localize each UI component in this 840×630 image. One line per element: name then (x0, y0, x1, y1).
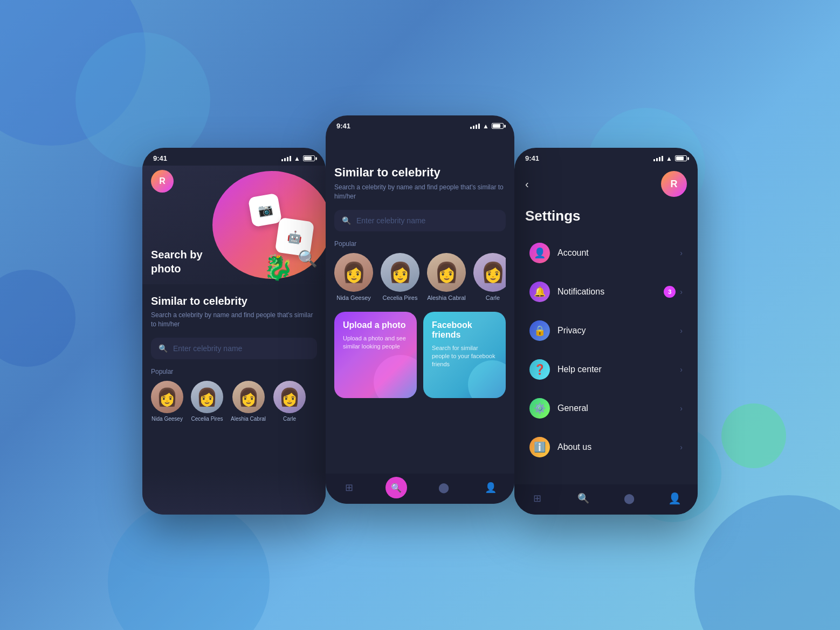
person-icon-right: 👤 (668, 492, 681, 505)
nav-person-right[interactable]: 👤 (664, 488, 686, 509)
help-label: Help center (557, 365, 680, 374)
card-facebook-friends[interactable]: Facebook friends Search for similar peop… (423, 312, 506, 398)
card-facebook-desc: Search for similar people to your facebo… (432, 344, 497, 369)
circle-icon-right: ⬤ (624, 492, 635, 504)
similar-title-left: Similar to celebrity (151, 295, 317, 307)
celeb-cecelia-center[interactable]: 👩 Cecelia Pires (381, 253, 419, 301)
wifi-icon-center: ▲ (483, 122, 489, 130)
settings-privacy[interactable]: 🔒 Privacy › (523, 313, 689, 348)
nav-circle-right[interactable]: ⬤ (618, 488, 640, 509)
person-icon-center: 👤 (485, 482, 497, 494)
back-button[interactable]: ‹ (525, 178, 529, 190)
bottom-gradient-left (142, 471, 326, 515)
search-by-photo-label: Search by photo (151, 248, 203, 276)
celeb-aleshia-left[interactable]: 👩 Aleshia Cabral (231, 381, 266, 422)
signal-icon-right (653, 156, 663, 161)
search-box-center[interactable]: 🔍 Enter celebrity name (334, 210, 506, 231)
about-label: About us (557, 442, 680, 452)
celeb-name-cecelia-left: Cecelia Pires (191, 416, 223, 422)
nav-search-center[interactable]: 🔍 (385, 477, 407, 498)
search-placeholder-center: Enter celebrity name (356, 216, 425, 225)
search-box-left[interactable]: 🔍 Enter celebrity name (151, 338, 317, 359)
celeb-nida-center[interactable]: 👩 Nida Geesey (334, 253, 373, 301)
celeb-avatar-aleshia-left: 👩 (232, 381, 265, 413)
celeb-name-carle-left: Carle (283, 416, 296, 422)
privacy-chevron: › (680, 326, 683, 335)
nav-grid-right[interactable]: ⊞ (527, 488, 548, 509)
wifi-icon-right: ▲ (666, 155, 672, 162)
search-placeholder-left: Enter celebrity name (173, 344, 242, 353)
nav-grid-center[interactable]: ⊞ (339, 477, 360, 498)
monster-icon: 🐉 (263, 253, 293, 282)
phones-container: 9:41 ▲ R 📷 🤖 🐉 🔍 (0, 0, 840, 630)
card-facebook-title: Facebook friends (432, 320, 497, 340)
account-icon: 👤 (529, 243, 550, 263)
settings-list: 👤 Account › 🔔 Notifications 3 › 🔒 Privac… (514, 235, 698, 465)
celeb-name-aleshia-center: Aleshia Cabral (427, 295, 466, 301)
phone-center: 9:41 ▲ Similar to celebrity Search a cel… (326, 115, 514, 504)
time-center: 9:41 (336, 122, 350, 130)
card-blob-purple (374, 355, 417, 398)
grid-icon-right: ⊞ (533, 492, 541, 504)
search-nav-icon-center: 🔍 (391, 483, 402, 493)
help-chevron: › (680, 365, 683, 374)
celeb-row-center: 👩 Nida Geesey 👩 Cecelia Pires 👩 Aleshia … (334, 253, 506, 301)
popular-label-left: Popular (151, 368, 317, 375)
about-chevron: › (680, 443, 683, 451)
bottom-nav-right: ⊞ 🔍 ⬤ 👤 (514, 484, 698, 515)
celeb-carle-left[interactable]: 👩 Carle (273, 381, 306, 422)
celeb-avatar-carle-center: 👩 (473, 253, 506, 292)
battery-icon-right (675, 155, 687, 161)
wifi-icon: ▲ (294, 155, 300, 162)
nav-person-center[interactable]: 👤 (480, 477, 501, 498)
card-upload-photo[interactable]: Upload a photo Upload a photo and see si… (334, 312, 417, 398)
celeb-row-left: 👩 Nida Geesey 👩 Cecelia Pires 👩 Aleshia … (151, 381, 317, 422)
celeb-avatar-carle-left: 👩 (273, 381, 306, 413)
search-icon-left: 🔍 (159, 344, 168, 353)
nav-search-right[interactable]: 🔍 (573, 488, 594, 509)
phone-left: 9:41 ▲ R 📷 🤖 🐉 🔍 (142, 148, 326, 515)
nav-circle-center[interactable]: ⬤ (433, 477, 455, 498)
celeb-name-nida-center: Nida Geesey (336, 295, 371, 301)
celeb-name-carle-center: Carle (486, 295, 500, 301)
general-icon: ⚙️ (529, 398, 550, 419)
status-bar-left: 9:41 ▲ (142, 148, 326, 166)
celeb-avatar-nida-left: 👩 (151, 381, 183, 413)
settings-help[interactable]: ❓ Help center › (523, 352, 689, 387)
status-bar-center: 9:41 ▲ (326, 115, 514, 133)
celeb-cecelia-left[interactable]: 👩 Cecelia Pires (191, 381, 223, 422)
status-bar-right: 9:41 ▲ (514, 148, 698, 166)
signal-icon-center (470, 124, 480, 129)
search-nav-icon-right: 🔍 (577, 492, 589, 504)
celeb-avatar-nida-center: 👩 (334, 253, 373, 292)
settings-account[interactable]: 👤 Account › (523, 235, 689, 271)
similar-section-center: Similar to celebrity Search a celebrity … (326, 133, 514, 307)
card-upload-desc: Upload a photo and see similar looking p… (343, 334, 408, 351)
settings-general[interactable]: ⚙️ General › (523, 391, 689, 426)
celeb-avatar-cecelia-center: 👩 (381, 253, 419, 292)
similar-subtitle-center: Search a celebrity by name and find peop… (334, 183, 506, 201)
account-chevron: › (680, 249, 683, 257)
settings-notifications[interactable]: 🔔 Notifications 3 › (523, 274, 689, 310)
card-upload-title: Upload a photo (343, 320, 408, 330)
about-icon: ℹ️ (529, 437, 550, 457)
status-icons-right: ▲ (653, 155, 687, 162)
celeb-avatar-aleshia-center: 👩 (427, 253, 466, 292)
similar-title-center: Similar to celebrity (334, 166, 506, 180)
celeb-aleshia-center[interactable]: 👩 Aleshia Cabral (427, 253, 466, 301)
celeb-name-cecelia-center: Cecelia Pires (383, 295, 418, 301)
time-left: 9:41 (153, 154, 167, 162)
search-mag-icon: 🔍 (298, 249, 318, 268)
general-label: General (557, 403, 680, 413)
celeb-nida-left[interactable]: 👩 Nida Geesey (151, 381, 183, 422)
notifications-icon: 🔔 (529, 282, 550, 302)
settings-about[interactable]: ℹ️ About us › (523, 429, 689, 465)
cards-row: Upload a photo Upload a photo and see si… (326, 307, 514, 407)
celeb-name-aleshia-left: Aleshia Cabral (231, 416, 266, 422)
celeb-avatar-cecelia-left: 👩 (191, 381, 223, 413)
battery-icon (303, 155, 315, 161)
privacy-icon: 🔒 (529, 320, 550, 341)
celeb-carle-center[interactable]: 👩 Carle (473, 253, 506, 301)
general-chevron: › (680, 404, 683, 413)
search-icon-center: 🔍 (342, 216, 351, 225)
